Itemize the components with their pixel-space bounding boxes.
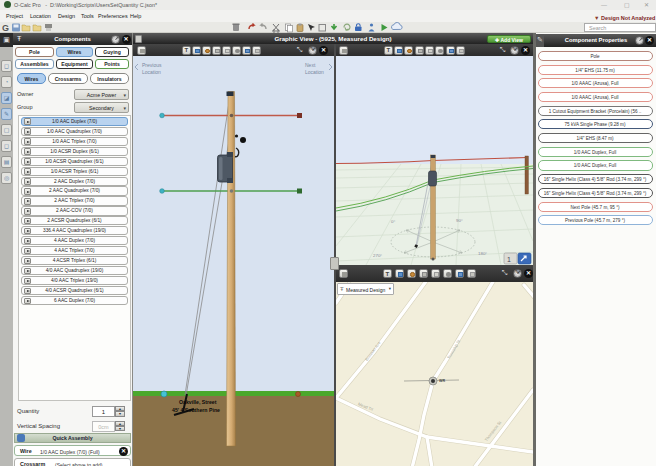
svg-text:Previous: Previous (142, 62, 162, 68)
svg-text:270°: 270° (373, 253, 382, 258)
svg-text:Location: Location (305, 69, 324, 75)
svg-text:0°: 0° (391, 219, 395, 224)
svg-text:180°: 180° (478, 251, 487, 256)
svg-text:90°: 90° (456, 218, 463, 223)
svg-text:1: 1 (507, 256, 511, 263)
svg-text:Location: Location (142, 69, 161, 75)
svg-text:Township St: Township St (446, 338, 462, 360)
svg-text:WR: WR (439, 379, 445, 383)
svg-text:45' 4 Southern Pine: 45' 4 Southern Pine (172, 407, 220, 413)
svg-text:Next: Next (305, 62, 316, 68)
svg-text:Brennan Ave: Brennan Ave (364, 340, 382, 362)
svg-text:Oakville, Street: Oakville, Street (179, 399, 217, 405)
svg-text:G: G (2, 23, 9, 33)
